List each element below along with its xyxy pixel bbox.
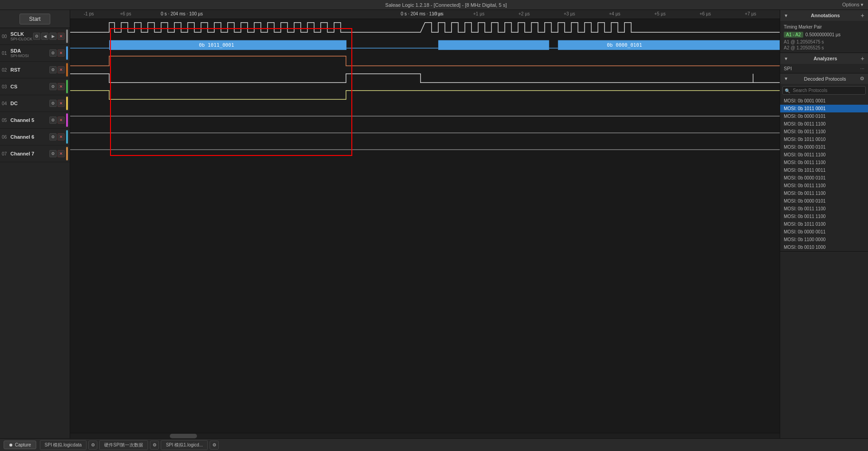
annotations-section: ▼ Annotations + Timing Marker Pair A1 - … bbox=[780, 10, 868, 53]
protocol-item-6[interactable]: MOSI: 0b 0000 0101 bbox=[780, 143, 868, 151]
channel-color-bar-2 bbox=[66, 63, 68, 77]
protocol-item-17[interactable]: MOSI: 0b 0000 0011 bbox=[780, 228, 868, 236]
protocol-item-19[interactable]: MOSI: 0b 0010 1000 bbox=[780, 243, 868, 251]
channel-color-bar-5 bbox=[66, 113, 68, 127]
ruler-tick-5us: +5 µs bbox=[654, 11, 666, 16]
protocol-item-4[interactable]: MOSI: 0b 0011 1100 bbox=[780, 128, 868, 136]
prev-btn-0[interactable]: ◀ bbox=[41, 33, 48, 40]
close-btn-6[interactable]: ✕ bbox=[58, 133, 65, 141]
ruler-tick-9us: +9 µs bbox=[432, 11, 444, 16]
close-btn-4[interactable]: ✕ bbox=[58, 100, 65, 107]
protocol-item-10[interactable]: MOSI: 0b 0000 0101 bbox=[780, 174, 868, 182]
close-btn-7[interactable]: ✕ bbox=[58, 150, 65, 157]
ruler-center-left: 0 s · 204 ms · 100 µs bbox=[161, 11, 203, 16]
scrollbar-thumb[interactable] bbox=[170, 434, 197, 438]
waveform-area[interactable]: 0 s · 204 ms · 100 µs -1 ps +6 ps 0 s · … bbox=[70, 10, 780, 438]
protocol-item-9[interactable]: MOSI: 0b 1011 0011 bbox=[780, 166, 868, 174]
channel-num-3: 03 bbox=[2, 84, 9, 89]
close-btn-0[interactable]: ✕ bbox=[58, 33, 65, 40]
ch6-waveform bbox=[70, 120, 780, 136]
gear-btn-2[interactable]: ⚙ bbox=[49, 66, 57, 73]
channel-num-4: 04 bbox=[2, 101, 9, 106]
gear-btn-3[interactable]: ⚙ bbox=[49, 83, 57, 90]
ruler-tick-7us: +7 µs bbox=[745, 11, 756, 16]
status-tab-0[interactable]: SPI 模拟.logicdata bbox=[40, 440, 87, 450]
protocol-item-7[interactable]: MOSI: 0b 0011 1100 bbox=[780, 151, 868, 159]
protocol-item-0[interactable]: MOSI: 0b 0001 0001 bbox=[780, 97, 868, 105]
ruler-tick-1us: +1 µs bbox=[473, 11, 484, 16]
protocol-item-14[interactable]: MOSI: 0b 0011 1100 bbox=[780, 205, 868, 213]
waveform-row-cs bbox=[70, 69, 780, 86]
channel-info-1: SDA SPI-MOSI bbox=[9, 48, 49, 58]
protocol-item-11[interactable]: MOSI: 0b 0011 1100 bbox=[780, 182, 868, 189]
timing-marker-pair-item[interactable]: Timing Marker Pair bbox=[784, 23, 864, 31]
close-btn-2[interactable]: ✕ bbox=[58, 66, 65, 73]
analyzers-header[interactable]: ▼ Analyzers + bbox=[780, 53, 868, 64]
waveform-row-ch6 bbox=[70, 120, 780, 136]
add-annotation-button[interactable]: + bbox=[861, 12, 864, 19]
spi-analyzer-item[interactable]: SPI ··· bbox=[780, 64, 868, 73]
channel-row-4: 04 DC ⚙ ✕ bbox=[0, 95, 70, 112]
status-tab-2[interactable]: SPI 模拟1.logicd... bbox=[161, 440, 208, 450]
channel-info-4: DC bbox=[9, 101, 49, 106]
channel-num-7: 07 bbox=[2, 151, 9, 156]
a1-a2-row: A1 - A2 0.5000000001 µs bbox=[784, 31, 864, 39]
channel-name-4: DC bbox=[10, 101, 49, 106]
search-icon: 🔍 bbox=[785, 88, 790, 93]
ruler-tick-p6: +6 ps bbox=[120, 11, 131, 16]
search-protocols-input[interactable] bbox=[782, 86, 866, 95]
ruler-tick-3us: +3 µs bbox=[564, 11, 575, 16]
start-button[interactable]: Start bbox=[19, 14, 50, 24]
channel-name-2: RST bbox=[10, 67, 49, 73]
decoded-protocols-header[interactable]: ▼ Decoded Protocols ⚙ bbox=[780, 73, 868, 84]
gear-btn-6[interactable]: ⚙ bbox=[49, 133, 57, 141]
spi-analyzer-options[interactable]: ··· bbox=[860, 66, 864, 71]
channel-name-7: Channel 7 bbox=[10, 151, 49, 156]
gear-btn-0[interactable]: ⚙ bbox=[33, 33, 40, 40]
protocol-item-8[interactable]: MOSI: 0b 0011 1100 bbox=[780, 159, 868, 166]
a1-location: A1 @ 1.20505475 s bbox=[784, 39, 864, 44]
gear-btn-1[interactable]: ⚙ bbox=[49, 49, 57, 57]
svg-rect-1 bbox=[438, 40, 549, 50]
protocol-item-2[interactable]: MOSI: 0b 0000 0101 bbox=[780, 112, 868, 120]
ruler-tick-neg: -1 ps bbox=[84, 11, 94, 16]
channel-controls-3: ⚙ ✕ bbox=[49, 83, 65, 90]
next-btn-0[interactable]: ▶ bbox=[49, 33, 57, 40]
protocol-item-16[interactable]: MOSI: 0b 1011 0100 bbox=[780, 220, 868, 228]
decoded-protocols-gear-icon[interactable]: ⚙ bbox=[860, 76, 864, 82]
protocol-item-18[interactable]: MOSI: 0b 1100 0000 bbox=[780, 236, 868, 243]
annotations-header[interactable]: ▼ Annotations + bbox=[780, 10, 868, 21]
add-analyzer-button[interactable]: + bbox=[861, 55, 864, 62]
analyzers-title: Analyzers bbox=[814, 56, 837, 61]
status-tab-1[interactable]: 硬件SPI第一次数据 bbox=[99, 440, 148, 450]
capture-button[interactable]: ⏺ Capture bbox=[4, 441, 36, 449]
status-tab-gear-2[interactable]: ⚙ bbox=[210, 441, 219, 450]
protocol-item-5[interactable]: MOSI: 0b 1011 0010 bbox=[780, 136, 868, 143]
analyzers-section: ▼ Analyzers + SPI ··· bbox=[780, 53, 868, 73]
close-btn-5[interactable]: ✕ bbox=[58, 116, 65, 124]
status-tab-gear-1[interactable]: ⚙ bbox=[150, 441, 159, 450]
protocol-item-1[interactable]: MOSI: 0b 1011 0001 bbox=[780, 105, 868, 112]
rst-waveform bbox=[70, 53, 780, 69]
options-menu[interactable]: Options ▾ bbox=[842, 2, 863, 8]
decoded-protocols-title: Decoded Protocols bbox=[804, 76, 846, 82]
channel-info-0: SCLK SPI-CLOCK bbox=[9, 31, 33, 41]
channel-color-bar-6 bbox=[66, 130, 68, 144]
gear-btn-7[interactable]: ⚙ bbox=[49, 150, 57, 157]
protocol-item-15[interactable]: MOSI: 0b 0011 1100 bbox=[780, 213, 868, 220]
close-btn-3[interactable]: ✕ bbox=[58, 83, 65, 90]
annotations-title: Annotations bbox=[811, 13, 840, 18]
channel-sub-0: SPI-CLOCK bbox=[10, 37, 33, 41]
gear-btn-5[interactable]: ⚙ bbox=[49, 116, 57, 124]
protocol-item-13[interactable]: MOSI: 0b 0000 0101 bbox=[780, 197, 868, 205]
collapse-arrow-analyzers: ▼ bbox=[784, 56, 788, 61]
gear-btn-4[interactable]: ⚙ bbox=[49, 100, 57, 107]
collapse-arrow-decoded: ▼ bbox=[784, 76, 788, 81]
close-btn-1[interactable]: ✕ bbox=[58, 49, 65, 57]
waveform-scrollbar[interactable] bbox=[70, 433, 780, 438]
protocol-item-12[interactable]: MOSI: 0b 0011 1100 bbox=[780, 189, 868, 197]
search-wrapper: 🔍 bbox=[780, 84, 868, 97]
status-tab-gear-0[interactable]: ⚙ bbox=[88, 441, 97, 450]
protocol-item-3[interactable]: MOSI: 0b 0011 1100 bbox=[780, 120, 868, 128]
waveform-content[interactable]: 0b 1011_0001 0b 0000_0101 bbox=[70, 19, 780, 433]
